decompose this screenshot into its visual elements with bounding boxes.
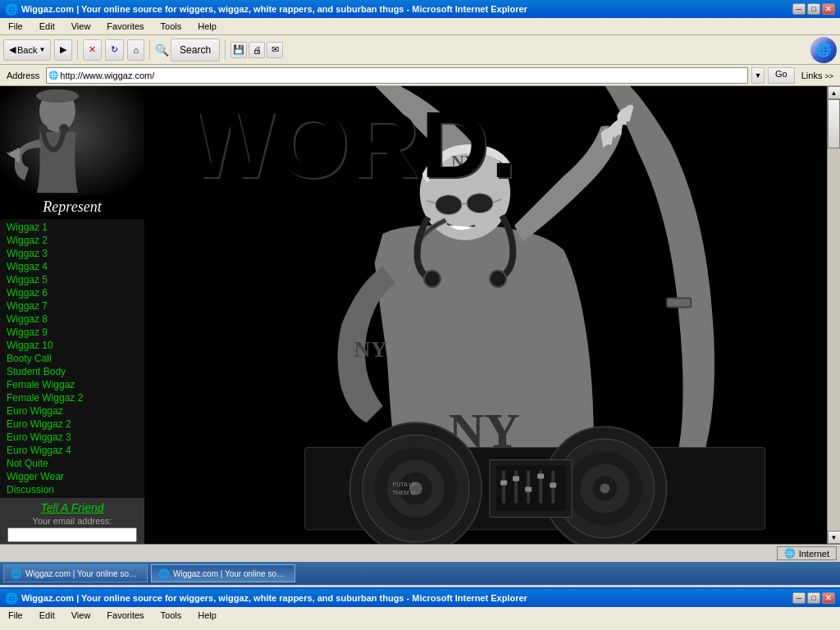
status-zone: 🌐 Internet — [777, 546, 837, 560]
nav-wiggaz4[interactable]: Wiggaz 4 — [0, 260, 144, 273]
taskbar-title-1: Wiggaz.com | Your online source for wigg… — [25, 569, 140, 578]
menu-view[interactable]: View — [66, 20, 96, 33]
address-bar: Address 🌐 ▼ Go Links >> — [0, 65, 840, 86]
title-bar: 🌐 Wiggaz.com | Your online source for wi… — [0, 0, 840, 18]
address-dropdown-button[interactable]: ▼ — [751, 67, 765, 84]
go-label: Go — [775, 69, 788, 79]
svg-rect-39 — [514, 470, 518, 503]
nav-booty-call[interactable]: Booty Call — [0, 352, 144, 365]
page-tools: 💾 🖨 ✉ — [231, 42, 283, 58]
svg-rect-45 — [525, 487, 532, 492]
nav-list: Wiggaz 1 Wiggaz 2 Wiggaz 3 Wiggaz 4 Wigg… — [0, 219, 144, 498]
nav-wiggaz2[interactable]: Wiggaz 2 — [0, 234, 144, 247]
stop-icon: ✕ — [89, 44, 96, 55]
nav-discussion[interactable]: Discussion — [0, 483, 144, 496]
svg-point-20 — [490, 271, 506, 287]
represent-label: Represent — [43, 199, 101, 215]
taskbar-title-2: Wiggaz.com | Your online source for wigg… — [173, 569, 288, 578]
email-input[interactable] — [7, 527, 137, 542]
taskbar-ie-icon-1: 🌐 — [11, 568, 22, 579]
nav-wiggaz10[interactable]: Wiggaz 10 — [0, 339, 144, 352]
svg-point-3 — [36, 89, 79, 103]
menu-help[interactable]: Help — [193, 20, 221, 33]
email-label: Your email address: — [0, 514, 144, 527]
stop-button[interactable]: ✕ — [83, 39, 102, 61]
page-icon: 🌐 — [48, 71, 58, 80]
refresh-button[interactable]: ↻ — [105, 39, 124, 61]
address-input[interactable] — [60, 71, 746, 80]
site-title: WORD. — [185, 90, 518, 199]
zone-label: Internet — [799, 549, 829, 559]
menu-favorites[interactable]: Favorites — [102, 20, 148, 33]
browser-content: Represent Wiggaz 1 Wiggaz 2 Wiggaz 3 Wig… — [0, 86, 840, 544]
close-button[interactable]: ✕ — [822, 3, 835, 15]
nav-female-wiggaz2[interactable]: Female Wiggaz 2 — [0, 391, 144, 404]
scroll-thumb[interactable] — [828, 99, 840, 148]
nav-wiggaz5[interactable]: Wiggaz 5 — [0, 273, 144, 286]
svg-point-4 — [38, 124, 48, 134]
forward-button[interactable]: ▶ — [54, 39, 72, 61]
svg-rect-44 — [513, 476, 519, 481]
svg-point-5 — [59, 124, 69, 134]
scroll-down-button[interactable]: ▼ — [828, 531, 841, 544]
tell-friend-link[interactable]: Tell A Friend — [40, 501, 103, 514]
links-button[interactable]: Links >> — [798, 71, 837, 80]
nav-wiggaz6[interactable]: Wiggaz 6 — [0, 286, 144, 299]
refresh-icon: ↻ — [111, 44, 118, 55]
menu-edit[interactable]: Edit — [34, 20, 60, 33]
nav-wiggaz1[interactable]: Wiggaz 1 — [0, 221, 144, 234]
home-button[interactable]: ⌂ — [127, 39, 144, 61]
svg-text:NY: NY — [354, 336, 388, 362]
sidebar-person-image — [0, 86, 144, 195]
toolbar-separator-2 — [149, 40, 150, 60]
taskbar-item-1[interactable]: 🌐 Wiggaz.com | Your online source for wi… — [3, 564, 148, 582]
taskbar-item-2[interactable]: 🌐 Wiggaz.com | Your online source for wi… — [151, 564, 295, 582]
address-label: Address — [3, 71, 43, 80]
maximize-button[interactable]: □ — [807, 3, 820, 15]
globe-icon: 🌐 — [784, 548, 796, 559]
scroll-track[interactable] — [828, 99, 840, 531]
svg-text:THEM di: THEM di — [393, 490, 416, 495]
title-bar-buttons: ─ □ ✕ — [792, 3, 835, 15]
svg-text:PUTA UP: PUTA UP — [393, 482, 418, 488]
nav-female-wiggaz[interactable]: Female Wiggaz — [0, 378, 144, 391]
tell-friend-label: Tell A Friend — [40, 501, 103, 514]
toolbar-separator-3 — [225, 40, 226, 60]
links-label: Links — [801, 71, 823, 80]
nav-wiggaz3[interactable]: Wiggaz 3 — [0, 247, 144, 260]
menu-tools[interactable]: Tools — [156, 20, 187, 33]
save-button[interactable]: 💾 — [231, 42, 247, 58]
go-button[interactable]: Go — [768, 67, 795, 84]
menu-bar: File Edit View Favorites Tools Help — [0, 18, 840, 35]
print-button[interactable]: 🖨 — [249, 42, 265, 58]
forward-arrow-icon: ▶ — [60, 44, 66, 55]
tell-friend-section: Tell A Friend Your email address: — [0, 498, 144, 544]
sidebar-photo — [0, 86, 144, 195]
search-label: Search — [180, 44, 211, 56]
nav-student-body[interactable]: Student Body — [0, 365, 144, 378]
nav-wigger-wear[interactable]: Wigger Wear — [0, 470, 144, 483]
back-button[interactable]: ◀ Back ▼ — [3, 39, 51, 61]
nav-wiggaz7[interactable]: Wiggaz 7 — [0, 299, 144, 313]
browser-window: 🌐 Wiggaz.com | Your online source for wi… — [0, 0, 840, 562]
minimize-button[interactable]: ─ — [792, 3, 806, 15]
scroll-up-button[interactable]: ▲ — [828, 86, 841, 99]
search-glass-icon: 🔍 — [155, 43, 169, 57]
search-button[interactable]: Search — [171, 39, 220, 62]
nav-not-quite[interactable]: Not Quite — [0, 457, 144, 470]
nav-euro-wiggaz4[interactable]: Euro Wiggaz 4 — [0, 444, 144, 457]
nav-euro-wiggaz2[interactable]: Euro Wiggaz 2 — [0, 418, 144, 431]
address-input-wrap: 🌐 — [46, 67, 748, 84]
status-bar: 🌐 Internet — [0, 544, 840, 562]
menu-file[interactable]: File — [3, 20, 28, 33]
nav-euro-wiggaz[interactable]: Euro Wiggaz — [0, 404, 144, 418]
represent-header: Represent — [0, 195, 144, 219]
mail-button[interactable]: ✉ — [267, 42, 283, 58]
svg-rect-43 — [500, 480, 507, 485]
nav-wiggaz8[interactable]: Wiggaz 8 — [0, 313, 144, 326]
svg-point-35 — [600, 483, 609, 493]
nav-euro-wiggaz3[interactable]: Euro Wiggaz 3 — [0, 431, 144, 444]
back-dropdown-icon[interactable]: ▼ — [39, 46, 45, 53]
svg-rect-8 — [669, 299, 690, 306]
nav-wiggaz9[interactable]: Wiggaz 9 — [0, 326, 144, 339]
